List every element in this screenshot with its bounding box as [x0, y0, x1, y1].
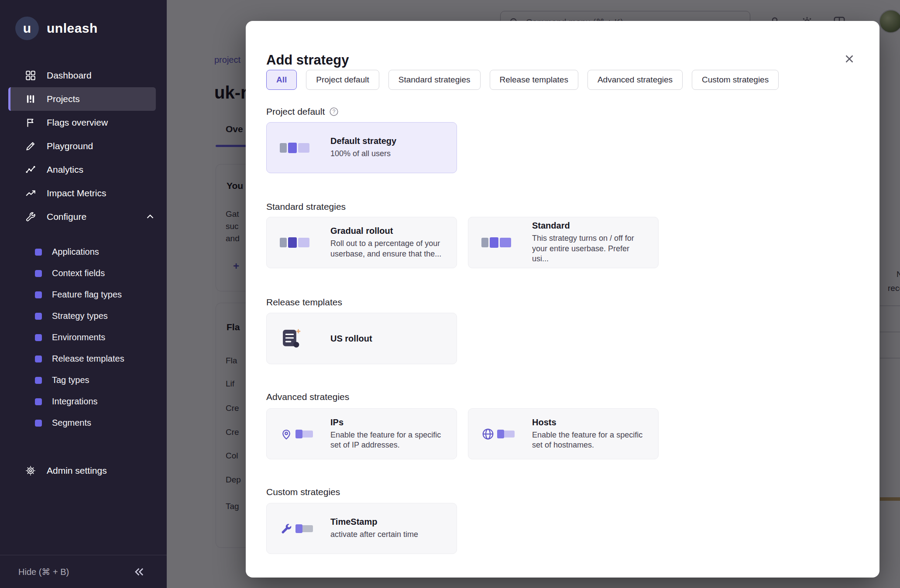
pencil-icon [25, 140, 36, 152]
sidebar-item-environments[interactable]: Environments [0, 327, 167, 348]
strategy-card-title: Gradual rollout [330, 226, 446, 236]
strategy-card-desc: Enable the feature for a specific set of… [330, 430, 446, 451]
sub-item-label: Strategy types [52, 311, 108, 321]
unleash-logo-icon: u [15, 17, 39, 40]
flag-icon [25, 117, 36, 128]
strategy-card-title: Standard [532, 221, 648, 231]
strategy-card-gradual-rollout[interactable]: Gradual rollout Roll out to a percentage… [266, 217, 457, 268]
strategy-card-default-strategy[interactable]: Default strategy 100% of all users [266, 122, 457, 173]
sidebar: u unleash Dashboard Projects Flags overv… [0, 0, 167, 588]
sidebar-item-integrations[interactable]: Integrations [0, 391, 167, 412]
trend-icon [25, 188, 36, 199]
sub-item-label: Context fields [52, 268, 105, 278]
strategy-card-standard[interactable]: Standard This strategy turns on / off fo… [468, 217, 659, 268]
sidebar-item-flags-overview[interactable]: Flags overview [8, 111, 156, 134]
filter-chip-release-templates[interactable]: Release templates [490, 70, 578, 90]
strategy-card-timestamp[interactable]: TimeStamp activate after certain time [266, 503, 457, 554]
wrench-icon [25, 211, 36, 222]
sidebar-item-label: Analytics [47, 164, 83, 175]
section-standard-strategies: Standard strategies [266, 202, 346, 212]
filter-chip-project-default[interactable]: Project default [306, 70, 379, 90]
sidebar-item-context-fields[interactable]: Context fields [0, 263, 167, 284]
strategy-card-title: Hosts [532, 417, 648, 427]
template-icon [280, 327, 319, 350]
filter-chip-all[interactable]: All [266, 70, 297, 90]
strategy-card-title: US rollout [330, 334, 372, 344]
modal-title: Add strategy [266, 52, 349, 68]
sidebar-item-playground[interactable]: Playground [8, 134, 156, 158]
gear-icon [25, 465, 36, 476]
question-icon[interactable]: ? [329, 107, 339, 116]
rollout-icon [280, 143, 319, 153]
sub-item-label: Feature flag types [52, 290, 122, 300]
filter-chip-custom-strategies[interactable]: Custom strategies [692, 70, 779, 90]
strategy-card-desc: Roll out to a percentage of your userbas… [330, 239, 446, 259]
sidebar-item-configure[interactable]: Configure [8, 205, 156, 229]
bullet-icon [35, 420, 42, 427]
sidebar-item-impact-metrics[interactable]: Impact Metrics [8, 181, 156, 205]
sidebar-item-label: Admin settings [47, 465, 107, 476]
sidebar-item-label: Projects [47, 94, 80, 104]
bullet-icon [35, 270, 42, 277]
dashboard-icon [25, 70, 36, 81]
sidebar-item-feature-flag-types[interactable]: Feature flag types [0, 284, 167, 305]
sidebar-item-label: Impact Metrics [47, 188, 106, 198]
strategy-card-desc: activate after certain time [330, 530, 418, 540]
rollout-icon [481, 237, 521, 248]
strategy-card-hosts[interactable]: Hosts Enable the feature for a specific … [468, 408, 659, 459]
bullet-icon [35, 398, 42, 405]
sidebar-item-strategy-types[interactable]: Strategy types [0, 305, 167, 327]
sidebar-item-segments[interactable]: Segments [0, 412, 167, 434]
hide-shortcut-label: Hide (⌘ + B) [18, 567, 69, 577]
chevron-up-icon [144, 211, 156, 222]
sidebar-item-admin-settings[interactable]: Admin settings [8, 459, 156, 482]
sidebar-item-label: Flags overview [47, 117, 108, 128]
strategy-card-desc: This strategy turns on / off for your en… [532, 233, 648, 264]
primary-nav: Dashboard Projects Flags overview Playgr… [0, 64, 167, 229]
rollout-icon [280, 237, 319, 248]
sub-item-label: Integrations [52, 397, 98, 407]
bullet-icon [35, 313, 42, 320]
filter-chip-standard-strategies[interactable]: Standard strategies [388, 70, 481, 90]
bullet-icon [35, 334, 42, 341]
close-icon [843, 52, 856, 65]
strategy-card-ips[interactable]: IPs Enable the feature for a specific se… [266, 408, 457, 459]
collapse-sidebar-button[interactable] [131, 564, 147, 580]
location-pin-icon [280, 427, 319, 441]
bullet-icon [35, 377, 42, 384]
sidebar-item-tag-types[interactable]: Tag types [0, 369, 167, 391]
sidebar-item-projects[interactable]: Projects [8, 87, 156, 111]
strategy-card-us-rollout[interactable]: US rollout [266, 313, 457, 364]
strategy-card-title: IPs [330, 417, 446, 427]
sub-item-label: Applications [52, 247, 99, 257]
logo-letter: u [23, 21, 31, 36]
section-heading: Release templates [266, 297, 342, 308]
projects-icon [25, 93, 36, 105]
filter-chip-advanced-strategies[interactable]: Advanced strategies [587, 70, 683, 90]
strategy-card-title: Default strategy [330, 136, 396, 146]
section-heading: Standard strategies [266, 202, 346, 212]
section-custom-strategies: Custom strategies [266, 487, 340, 497]
sidebar-item-applications[interactable]: Applications [0, 241, 167, 263]
svg-text:?: ? [333, 109, 336, 115]
sidebar-footer: Hide (⌘ + B) [0, 555, 167, 588]
section-heading: Advanced strategies [266, 392, 349, 402]
configure-subnav: Applications Context fields Feature flag… [0, 241, 167, 434]
admin-nav: Admin settings [0, 459, 167, 482]
strategy-filter-chips: All Project default Standard strategies … [266, 70, 779, 90]
add-strategy-modal: Add strategy All Project default Standar… [246, 21, 879, 578]
globe-icon [481, 427, 521, 441]
section-heading: Project default [266, 106, 325, 117]
sidebar-item-dashboard[interactable]: Dashboard [8, 64, 156, 87]
sidebar-item-release-templates[interactable]: Release templates [0, 348, 167, 369]
brand-logo[interactable]: u unleash [0, 0, 167, 40]
close-modal-button[interactable] [843, 52, 858, 67]
sidebar-item-label: Playground [47, 141, 93, 151]
sub-item-label: Segments [52, 418, 91, 428]
section-heading: Custom strategies [266, 487, 340, 497]
analytics-icon [25, 164, 36, 175]
section-project-default: Project default ? [266, 106, 339, 117]
sub-item-label: Tag types [52, 375, 89, 385]
bullet-icon [35, 291, 42, 298]
sidebar-item-analytics[interactable]: Analytics [8, 158, 156, 181]
